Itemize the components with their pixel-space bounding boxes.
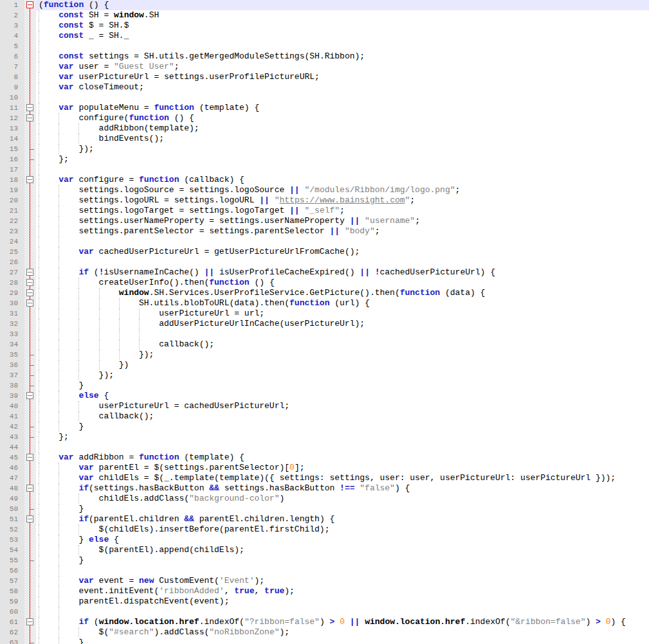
fold-margin[interactable] [24,278,36,288]
code-line[interactable]: 4const _ = SH._ [0,31,649,41]
code-line[interactable]: 35}); [0,350,649,360]
fold-collapse-icon[interactable] [26,300,33,307]
code-text[interactable]: callback(); [36,411,649,422]
line-number[interactable]: 28 [0,278,24,288]
fold-margin[interactable] [24,31,36,41]
fold-margin[interactable] [24,21,36,31]
code-text[interactable]: } [36,422,649,432]
line-number[interactable]: 16 [0,154,24,165]
fold-margin[interactable] [24,103,36,113]
line-number[interactable]: 63 [0,638,24,644]
code-line[interactable]: 51if(parentEl.children && parentEl.child… [0,514,649,524]
code-text[interactable]: $("#search").addClass("noRibbonZone"); [36,627,649,638]
line-number[interactable]: 57 [0,576,24,586]
code-line[interactable]: 53} else { [0,535,649,545]
fold-collapse-icon[interactable] [26,279,33,286]
line-number[interactable]: 6 [0,51,24,62]
code-text[interactable]: settings.parentSelector = settings.paren… [36,226,649,237]
code-line[interactable]: 58event.initEvent('ribbonAdded', true, t… [0,586,649,596]
fold-margin[interactable] [24,82,36,93]
fold-margin[interactable] [24,165,36,175]
code-line[interactable]: 11var populateMenu = function (template)… [0,103,649,113]
fold-margin[interactable] [24,298,36,309]
line-number[interactable]: 4 [0,31,24,41]
line-number[interactable]: 12 [0,113,24,123]
fold-collapse-icon[interactable] [26,618,33,625]
fold-collapse-icon[interactable] [26,176,33,183]
line-number[interactable]: 18 [0,175,24,185]
fold-collapse-icon[interactable] [26,515,33,523]
code-line[interactable]: 6const settings = SH.utils.getMergedModu… [0,51,649,62]
code-line[interactable]: 25var cachedUserPictureUrl = getUserPict… [0,247,649,257]
fold-collapse-icon[interactable] [26,289,33,296]
fold-margin[interactable] [24,555,36,566]
line-number[interactable]: 33 [0,329,24,339]
fold-margin[interactable] [24,370,36,380]
code-line[interactable]: 27if (!isUsernameInCache() || isUserProf… [0,267,649,278]
line-number[interactable]: 14 [0,134,24,144]
code-text[interactable]: $(parentEl).append(childEls); [36,545,649,555]
line-number[interactable]: 15 [0,144,24,154]
code-line[interactable]: 8var userPictureUrl = settings.userProfi… [0,72,649,82]
code-line[interactable]: 41callback(); [0,411,649,422]
line-number[interactable]: 55 [0,555,24,566]
code-text[interactable]: }); [36,350,649,360]
line-number[interactable]: 19 [0,185,24,195]
code-text[interactable]: } [36,638,649,644]
code-line[interactable]: 9var closeTimeout; [0,82,649,93]
code-line[interactable]: 29window.SH.Services.UserProfileService.… [0,288,649,298]
line-number[interactable]: 37 [0,370,24,380]
code-text[interactable]: settings.logoSource = settings.logoSourc… [36,185,649,195]
code-text[interactable]: var childEls = $(_.template(template)({ … [36,473,649,483]
code-text[interactable] [36,93,649,103]
line-number[interactable]: 34 [0,339,24,350]
line-number[interactable]: 25 [0,247,24,257]
fold-collapse-icon[interactable] [26,269,33,276]
fold-margin[interactable] [24,247,36,257]
line-number[interactable]: 35 [0,350,24,360]
code-text[interactable]: var addRibbon = function (template) { [36,452,649,463]
code-line[interactable]: 49childEls.addClass("background-color") [0,494,649,504]
line-number[interactable]: 36 [0,360,24,370]
line-number[interactable]: 62 [0,627,24,638]
code-line[interactable]: 13addRibbon(template); [0,123,649,134]
code-line[interactable]: 38} [0,380,649,391]
line-number[interactable]: 1 [0,0,24,10]
fold-margin[interactable] [24,380,36,391]
code-text[interactable]: var cachedUserPictureUrl = getUserPictur… [36,247,649,257]
code-line[interactable]: 37}); [0,370,649,380]
code-text[interactable]: if (window.location.href.indexOf("?ribbo… [36,617,649,627]
fold-margin[interactable] [24,339,36,350]
code-text[interactable]: }) [36,360,649,370]
fold-collapse-icon[interactable] [26,454,33,461]
code-line[interactable]: 56 [0,566,649,576]
code-text[interactable] [36,41,649,51]
fold-margin[interactable] [24,360,36,370]
fold-margin[interactable] [24,267,36,278]
code-text[interactable]: if (!isUsernameInCache() || isUserProfil… [36,267,649,278]
code-text[interactable]: settings.logoTarget = settings.logoTarge… [36,206,649,216]
code-text[interactable]: var userPictureUrl = settings.userProfil… [36,72,649,82]
line-number[interactable]: 32 [0,319,24,329]
line-number[interactable]: 59 [0,596,24,607]
fold-margin[interactable] [24,0,36,10]
line-number[interactable]: 41 [0,411,24,422]
code-line[interactable]: 21settings.logoTarget = settings.logoTar… [0,206,649,216]
code-line[interactable]: 60 [0,607,649,617]
code-line[interactable]: 33 [0,329,649,339]
code-text[interactable]: if(parentEl.children && parentEl.childre… [36,514,649,524]
code-text[interactable] [36,442,649,452]
code-text[interactable]: addUserPictureUrlInCache(userPictureUrl)… [36,319,649,329]
code-line[interactable]: 3const $ = SH.$ [0,21,649,31]
code-text[interactable]: } [36,555,649,566]
code-text[interactable]: callback(); [36,339,649,350]
fold-margin[interactable] [24,319,36,329]
code-lines[interactable]: 1(function () {2const SH = window.SH3con… [0,0,649,644]
code-line[interactable]: 42} [0,422,649,432]
fold-margin[interactable] [24,586,36,596]
line-number[interactable]: 51 [0,514,24,524]
line-number[interactable]: 38 [0,380,24,391]
line-number[interactable]: 13 [0,123,24,134]
line-number[interactable]: 48 [0,483,24,494]
code-line[interactable]: 12configure(function () { [0,113,649,123]
